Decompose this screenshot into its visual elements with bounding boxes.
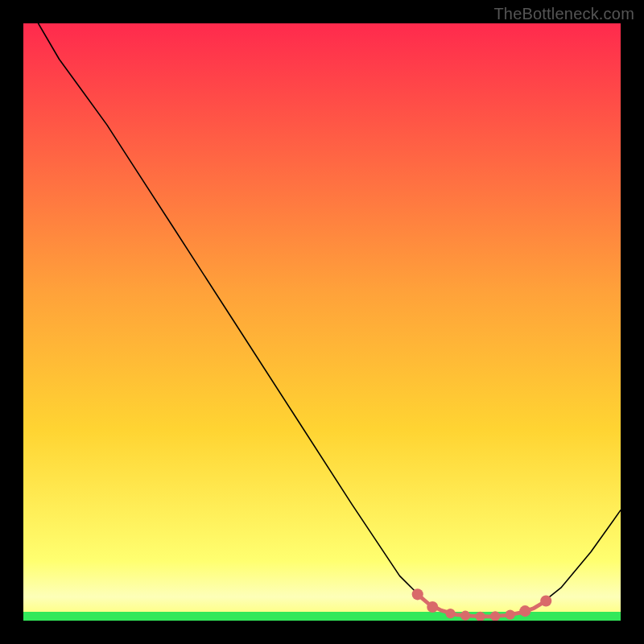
svg-rect-1 [23,612,621,621]
optimal-marker [540,595,551,606]
optimal-marker [519,605,530,617]
optimal-marker [427,601,438,613]
watermark-text: TheBottleneck.com [493,5,634,23]
bottleneck-chart-svg [23,23,621,621]
optimal-marker [445,609,455,618]
chart-container: TheBottleneck.com [0,0,644,644]
optimal-marker [460,611,470,621]
optimal-marker [490,611,500,621]
optimal-marker [506,610,515,620]
chart-area [23,23,621,621]
svg-rect-0 [23,23,621,621]
optimal-marker [412,588,423,600]
